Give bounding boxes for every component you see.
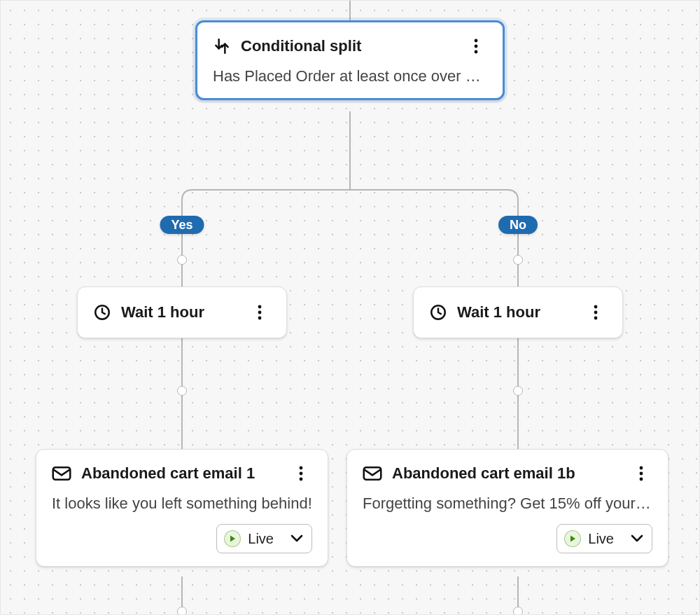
svg-point-10 (475, 50, 478, 54)
email-status-dropdown[interactable]: Live (216, 524, 312, 553)
svg-point-26 (640, 478, 643, 481)
email-status-dropdown[interactable]: Live (556, 524, 652, 553)
clock-icon (429, 303, 447, 322)
wait-node-no[interactable]: Wait 1 hour (413, 286, 623, 338)
svg-point-18 (594, 317, 598, 320)
kebab-menu[interactable] (465, 35, 487, 57)
wait-node-yes[interactable]: Wait 1 hour (77, 286, 287, 338)
play-icon (224, 530, 241, 547)
svg-point-25 (640, 472, 643, 476)
svg-point-16 (594, 305, 598, 309)
conditional-description: Has Placed Order at least once over all … (213, 67, 487, 85)
svg-point-13 (258, 311, 262, 315)
svg-point-14 (258, 317, 262, 320)
email-description: It looks like you left something behind! (52, 495, 312, 513)
kebab-menu[interactable] (630, 462, 652, 485)
email-node-no[interactable]: Abandoned cart email 1b Forgetting somet… (346, 449, 668, 567)
connector-dot[interactable] (177, 607, 187, 615)
svg-point-21 (300, 472, 303, 476)
connector-dot[interactable] (513, 607, 523, 615)
clock-icon (93, 303, 111, 322)
email-title: Abandoned cart email 1 (81, 464, 255, 483)
conditional-title: Conditional split (241, 37, 361, 55)
kebab-menu[interactable] (584, 301, 607, 324)
kebab-menu[interactable] (290, 462, 312, 485)
svg-point-17 (594, 311, 598, 315)
kebab-menu[interactable] (248, 301, 271, 324)
email-status-label: Live (248, 531, 274, 547)
branch-no-label: No (510, 218, 526, 232)
svg-rect-19 (53, 467, 71, 480)
mail-icon (363, 466, 382, 481)
branch-no-pill: No (498, 216, 538, 234)
wait-label: Wait 1 hour (457, 303, 540, 322)
chevron-down-icon (290, 534, 303, 543)
connector-dot[interactable] (513, 255, 523, 265)
wait-label: Wait 1 hour (121, 303, 204, 322)
conditional-split-node[interactable]: Conditional split Has Placed Order at le… (195, 20, 505, 100)
email-title: Abandoned cart email 1b (392, 464, 575, 483)
svg-point-22 (300, 478, 303, 481)
connector-dot[interactable] (177, 255, 187, 265)
svg-point-20 (300, 467, 303, 470)
email-description: Forgetting something? Get 15% off your f… (363, 495, 652, 513)
mail-icon (52, 466, 71, 481)
connector-dot[interactable] (513, 386, 523, 396)
email-status-label: Live (588, 531, 614, 547)
svg-point-8 (475, 39, 478, 43)
branch-yes-pill: Yes (160, 216, 204, 234)
branch-yes-label: Yes (171, 218, 192, 232)
connector-dot[interactable] (177, 386, 187, 396)
svg-point-12 (258, 305, 262, 309)
svg-point-24 (640, 467, 643, 470)
play-icon (564, 530, 581, 547)
email-node-yes[interactable]: Abandoned cart email 1 It looks like you… (36, 449, 328, 567)
svg-rect-23 (364, 467, 382, 480)
split-arrows-icon (213, 37, 231, 55)
svg-point-9 (475, 45, 478, 48)
chevron-down-icon (631, 534, 643, 543)
